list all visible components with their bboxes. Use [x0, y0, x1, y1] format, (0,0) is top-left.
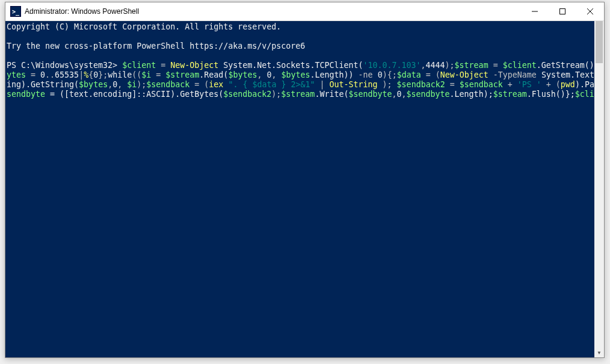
maximize-icon: [559, 8, 565, 14]
powershell-icon: >_: [10, 6, 21, 17]
command-line: PS C:\Windows\system32> $client = New-Ob…: [7, 61, 594, 99]
console-area: Copyright (C) Microsoft Corporation. All…: [5, 21, 604, 357]
titlebar[interactable]: >_ Administrator: Windows PowerShell: [5, 2, 604, 21]
powershell-window: >_ Administrator: Windows PowerShell Cop…: [5, 2, 605, 358]
scroll-down-icon[interactable]: ▼: [594, 348, 604, 357]
window-title: Administrator: Windows PowerShell: [25, 7, 521, 16]
scroll-thumb[interactable]: [596, 21, 603, 63]
svg-rect-1: [560, 9, 565, 14]
console-output[interactable]: Copyright (C) Microsoft Corporation. All…: [5, 21, 594, 357]
vertical-scrollbar[interactable]: ▲ ▼: [594, 21, 604, 357]
window-controls: [521, 2, 604, 20]
copyright-line: Copyright (C) Microsoft Corporation. All…: [7, 22, 281, 31]
close-icon: [587, 8, 593, 14]
try-line: Try the new cross-platform PowerShell ht…: [7, 42, 305, 51]
minimize-button[interactable]: [521, 2, 549, 20]
close-button[interactable]: [576, 2, 604, 20]
maximize-button[interactable]: [549, 2, 576, 20]
minimize-icon: [532, 8, 538, 14]
prompt: PS C:\Windows\system32>: [7, 61, 117, 70]
